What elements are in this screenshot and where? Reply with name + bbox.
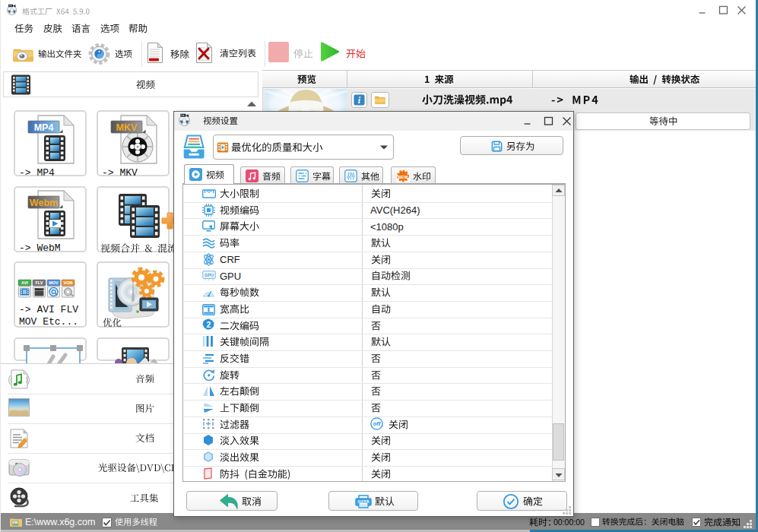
svg-text:DEFAULT: DEFAULT (357, 500, 370, 503)
svg-text:MOV: MOV (49, 280, 59, 285)
svg-text:MP4: MP4 (34, 122, 54, 133)
svg-text:Webm: Webm (30, 198, 58, 208)
svg-text:FLV: FLV (36, 280, 43, 285)
svg-text:AVI: AVI (21, 280, 28, 285)
svg-text:2: 2 (207, 320, 211, 329)
svg-text:VOB: VOB (64, 280, 73, 285)
svg-text:GPU: GPU (205, 273, 214, 277)
svg-text:MKV: MKV (116, 122, 138, 133)
svg-text:NEW: NEW (398, 175, 409, 179)
svg-text:off: off (373, 420, 382, 427)
